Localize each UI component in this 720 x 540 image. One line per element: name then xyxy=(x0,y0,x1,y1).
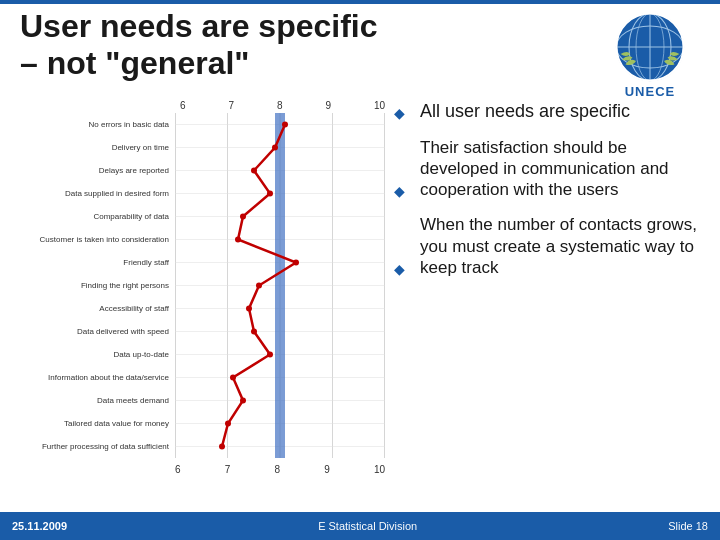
bullet-text-2: Their satisfaction should be developed i… xyxy=(420,137,710,201)
label-row-1: No errors in basic data xyxy=(10,113,175,136)
svg-point-32 xyxy=(267,191,273,197)
footer-slide: Slide 18 xyxy=(668,520,708,532)
chart-labels: No errors in basic data Delivery on time… xyxy=(10,113,175,462)
text-area: All user needs are specific Their satisf… xyxy=(410,100,710,510)
un-logo-icon xyxy=(615,12,685,82)
slide: User needs are specific – not "general" xyxy=(0,0,720,540)
diamond-icon-2: ◆ xyxy=(394,183,410,199)
slide-title: User needs are specific – not "general" xyxy=(20,8,600,82)
svg-point-39 xyxy=(267,352,273,358)
label-row-7: Friendly staff xyxy=(10,251,175,274)
label-row-6: Customer is taken into consideration xyxy=(10,228,175,251)
svg-rect-28 xyxy=(275,113,285,458)
diamond-icon-3: ◆ xyxy=(394,261,410,277)
header: User needs are specific – not "general" xyxy=(20,8,700,99)
top-border xyxy=(0,0,720,4)
svg-point-41 xyxy=(240,398,246,404)
svg-point-42 xyxy=(225,421,231,427)
svg-point-38 xyxy=(251,329,257,335)
title-block: User needs are specific – not "general" xyxy=(20,8,600,82)
main-content: 6 7 8 9 10 No errors in basic data Deliv… xyxy=(10,100,710,510)
bullet-text-3: When the number of contacts grows, you m… xyxy=(420,214,710,278)
diamond-icon-1: ◆ xyxy=(394,105,410,121)
chart-x-axis-bottom: 6 7 8 9 10 xyxy=(10,464,390,475)
label-row-11: Data up-to-date xyxy=(10,343,175,366)
title-line2: – not "general" xyxy=(20,45,250,81)
label-row-14: Tailored data value for money xyxy=(10,412,175,435)
chart-body: No errors in basic data Delivery on time… xyxy=(10,113,390,462)
unece-label: UNECE xyxy=(625,84,676,99)
label-row-10: Data delivered with speed xyxy=(10,320,175,343)
title-line1: User needs are specific xyxy=(20,8,378,44)
svg-point-31 xyxy=(251,168,257,174)
svg-point-30 xyxy=(272,145,278,151)
chart-svg xyxy=(175,113,385,458)
footer-date: 25.11.2009 xyxy=(12,520,67,532)
label-row-12: Information about the data/service xyxy=(10,366,175,389)
footer: 25.11.2009 E Statistical Division Slide … xyxy=(0,512,720,540)
label-row-5: Comparability of data xyxy=(10,205,175,228)
label-row-2: Delivery on time xyxy=(10,136,175,159)
chart-x-axis-top: 6 7 8 9 10 xyxy=(10,100,390,111)
label-row-4: Data supplied in desired form xyxy=(10,182,175,205)
label-row-3: Delays are reported xyxy=(10,159,175,182)
chart-svg-wrapper xyxy=(175,113,390,462)
svg-point-29 xyxy=(282,122,288,128)
label-row-13: Data meets demand xyxy=(10,389,175,412)
svg-point-37 xyxy=(246,306,252,312)
bullet-text-1: All user needs are specific xyxy=(420,100,710,123)
svg-point-40 xyxy=(230,375,236,381)
label-row-9: Accessibility of staff xyxy=(10,297,175,320)
svg-point-35 xyxy=(293,260,299,266)
label-row-15: Further processing of data sufficient xyxy=(10,435,175,458)
footer-center: E Statistical Division xyxy=(318,520,417,532)
label-row-8: Finding the right persons xyxy=(10,274,175,297)
svg-point-36 xyxy=(256,283,262,289)
svg-point-33 xyxy=(240,214,246,220)
logo-area: UNECE xyxy=(600,12,700,99)
svg-point-43 xyxy=(219,444,225,450)
chart-area: 6 7 8 9 10 No errors in basic data Deliv… xyxy=(10,100,390,510)
bullet-diamonds-col: ◆ ◆ ◆ xyxy=(390,100,410,510)
svg-point-34 xyxy=(235,237,241,243)
